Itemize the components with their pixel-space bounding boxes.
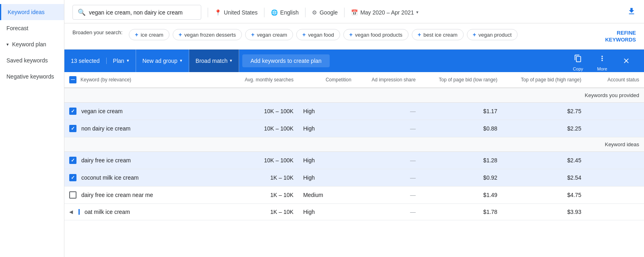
impression-share: — — [356, 169, 421, 186]
col-label-keyword: Keyword (by relevance) — [80, 77, 131, 83]
keyword-text: dairy free ice cream near me — [81, 192, 153, 198]
blue-bar — [78, 209, 80, 215]
divider — [208, 8, 208, 17]
row-checkbox[interactable] — [69, 174, 76, 181]
chevron-down-icon: ▾ — [230, 58, 232, 63]
network-filter[interactable]: ⚙ Google — [312, 9, 338, 16]
sidebar-item-forecast[interactable]: Forecast — [0, 20, 64, 36]
broaden-label: Broaden your search: — [72, 29, 122, 36]
main-content: 🔍 📍 United States 🌐 English ⚙ Google 📅 M… — [64, 0, 644, 257]
chip-label: vegan food — [308, 32, 334, 38]
search-icon: 🔍 — [78, 8, 86, 16]
search-box: 🔍 — [72, 5, 201, 20]
plus-icon: + — [179, 31, 182, 38]
impression-share: — — [356, 203, 421, 220]
chip-ice-cream[interactable]: + ice cream — [129, 29, 169, 40]
plus-icon: + — [473, 31, 476, 38]
plus-icon: + — [135, 31, 138, 38]
bid-low: $1.78 — [421, 203, 502, 220]
keyword-cell: vegan ice cream — [64, 102, 228, 120]
broaden-search-area: Broaden your search: + ice cream + vegan… — [64, 23, 644, 50]
sidebar-item-label: Keyword ideas — [8, 9, 45, 15]
location-filter[interactable]: 📍 United States — [215, 9, 258, 16]
account-status — [586, 151, 644, 169]
sidebar-item-keyword-ideas[interactable]: Keyword ideas — [0, 4, 64, 20]
col-header-keyword: Keyword (by relevance) — [64, 72, 228, 88]
keyword-cell: dairy free ice cream — [64, 151, 228, 169]
plus-icon: + — [251, 31, 254, 38]
chip-vegan-cream[interactable]: + vegan cream — [245, 29, 293, 40]
avg-searches: 1K – 10K — [228, 203, 298, 220]
bid-high: $2.25 — [502, 120, 586, 137]
col-label-impression: Ad impression share — [372, 77, 415, 83]
chip-vegan-product[interactable]: + vegan product — [467, 29, 518, 40]
more-button[interactable]: More — [591, 49, 613, 73]
plus-icon: + — [349, 31, 353, 38]
expand-icon[interactable]: ◀ — [69, 209, 73, 215]
divider — [344, 8, 345, 17]
language-filter[interactable]: 🌐 English — [271, 9, 299, 16]
network-label: Google — [320, 9, 338, 16]
divider — [264, 8, 264, 17]
location-icon: 📍 — [215, 9, 221, 16]
sidebar-item-saved-keywords[interactable]: Saved keywords — [0, 52, 64, 68]
account-status — [586, 102, 644, 120]
competition: High — [298, 151, 356, 169]
chips-container: + ice cream + vegan frozen desserts + ve… — [129, 29, 593, 40]
competition: High — [298, 169, 356, 186]
bid-high: $2.54 — [502, 169, 586, 186]
keyword-cell: ◀ oat milk ice cream — [64, 203, 228, 220]
row-checkbox[interactable] — [69, 191, 76, 199]
add-keywords-button[interactable]: Add keywords to create plan — [242, 54, 330, 67]
bid-high: $2.45 — [502, 151, 586, 169]
sidebar-item-keyword-plan[interactable]: Keyword plan — [0, 36, 64, 52]
select-all-checkbox[interactable] — [69, 76, 76, 83]
avg-searches: 10K – 100K — [228, 102, 298, 120]
section-header-provided: Keywords you provided — [64, 88, 644, 103]
search-bar-area: 🔍 📍 United States 🌐 English ⚙ Google 📅 M… — [64, 0, 644, 23]
table-row: ◀ oat milk ice cream 1K – 10K High — $1.… — [64, 203, 644, 220]
close-button[interactable] — [615, 51, 638, 70]
sidebar-item-label: Forecast — [6, 25, 28, 31]
broad-match-button[interactable]: Broad match ▾ — [189, 50, 239, 72]
col-label-bid-high: Top of page bid (high range) — [521, 77, 581, 83]
search-input[interactable] — [89, 9, 186, 16]
chevron-down-icon: ▾ — [127, 58, 129, 63]
row-checkbox[interactable] — [69, 108, 76, 115]
chip-vegan-food[interactable]: + vegan food — [296, 29, 340, 40]
row-checkbox[interactable] — [69, 125, 76, 132]
account-status — [586, 169, 644, 186]
competition: High — [298, 120, 356, 137]
chip-label: best ice cream — [423, 32, 458, 38]
bid-high: $4.75 — [502, 186, 586, 203]
chip-label: vegan cream — [257, 32, 287, 38]
bid-low: $1.49 — [421, 186, 502, 203]
chip-vegan-food-products[interactable]: + vegan food products — [343, 29, 409, 40]
col-label-competition: Competition — [326, 77, 351, 83]
sidebar-item-negative-keywords[interactable]: Negative keywords — [0, 68, 64, 85]
chip-best-ice-cream[interactable]: + best ice cream — [412, 29, 464, 40]
more-label: More — [597, 66, 607, 71]
new-ad-group-button[interactable]: New ad group ▾ — [136, 50, 189, 72]
plan-button[interactable]: Plan ▾ — [107, 50, 136, 72]
row-checkbox[interactable] — [69, 157, 76, 164]
keywords-table: Keyword (by relevance) Avg. monthly sear… — [64, 72, 644, 220]
copy-icon — [570, 50, 586, 66]
table-row: dairy free ice cream near me 1K – 10K Me… — [64, 186, 644, 203]
competition: Medium — [298, 186, 356, 203]
chip-label: ice cream — [140, 32, 163, 38]
avg-searches: 10K – 100K — [228, 120, 298, 137]
copy-button[interactable]: Copy — [567, 49, 589, 73]
table-row: coconut milk ice cream 1K – 10K High — $… — [64, 169, 644, 186]
action-bar: 13 selected Plan ▾ New ad group ▾ Broad … — [64, 50, 644, 72]
refine-keywords-button[interactable]: REFINE KEYWORDS — [600, 30, 636, 44]
selected-count: 13 selected — [71, 58, 107, 64]
bid-low: $0.92 — [421, 169, 502, 186]
date-range-label: May 2020 – Apr 2021 — [360, 9, 414, 16]
chip-label: vegan frozen desserts — [184, 32, 236, 38]
chip-vegan-frozen-desserts[interactable]: + vegan frozen desserts — [173, 29, 242, 40]
download-button[interactable] — [627, 7, 636, 18]
chip-label: vegan product — [479, 32, 512, 38]
date-picker[interactable]: 📅 May 2020 – Apr 2021 ▾ — [351, 9, 419, 16]
bid-low: $0.88 — [421, 120, 502, 137]
